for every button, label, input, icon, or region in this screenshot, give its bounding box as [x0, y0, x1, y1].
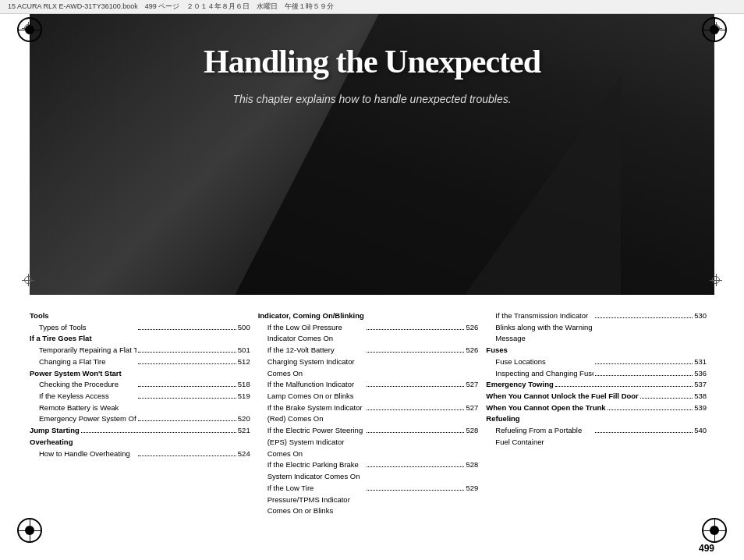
toc-title: How to Handle Overheating [39, 448, 136, 460]
toc-dots [595, 363, 693, 364]
toc-dots [555, 386, 693, 387]
toc-page: 539 [694, 402, 707, 414]
toc-page: 529 [466, 483, 478, 494]
toc-entry-power-heading: Power System Won't Start [30, 368, 250, 380]
page-number: 499 [699, 543, 714, 554]
title-section: Handling the Unexpected This chapter exp… [30, 43, 714, 105]
toc-entry-indicator-heading: Indicator, Coming On/Blinking [258, 310, 479, 322]
toc-entry-trunk-heading: When You Cannot Open the Trunk 539 [486, 402, 707, 414]
toc-dots [367, 466, 464, 467]
toc-dots [138, 352, 236, 353]
toc-dots [138, 386, 236, 387]
toc-page: 524 [238, 448, 250, 460]
toc-column-2: Indicator, Coming On/Blinking If the Low… [258, 310, 487, 544]
toc-page: 520 [238, 413, 250, 425]
toc-entry-emergency-towing-heading: Emergency Towing 537 [486, 379, 707, 391]
hero-decoration [465, 76, 621, 295]
toc-entry-inspecting-fuses: Inspecting and Changing Fuses 536 [486, 368, 707, 380]
toc-entry-battery: If the 12-Volt Battery Charging System I… [258, 345, 479, 379]
toc-page: 521 [238, 425, 250, 437]
toc-dots [138, 329, 236, 330]
toc-heading-power: Power System Won't Start [30, 368, 122, 380]
toc-entry-jump-heading: Jump Starting 521 [30, 425, 250, 437]
toc-dots [367, 352, 464, 353]
toc-dots [138, 398, 236, 399]
toc-section: Tools Types of Tools 500 If a Tire Goes … [30, 310, 714, 544]
toc-entry-changing-tire: Changing a Flat Tire 512 [30, 356, 250, 368]
toc-entry-handle-overheating: How to Handle Overheating 524 [30, 448, 250, 460]
toc-heading-emergency-towing: Emergency Towing [486, 379, 553, 391]
toc-page: 528 [466, 425, 478, 437]
toc-entry-types-of-tools: Types of Tools 500 [30, 322, 250, 334]
toc-page: 536 [694, 368, 707, 380]
reg-circle-tl-large [17, 17, 42, 42]
toc-page: 527 [466, 402, 478, 414]
toc-page: 527 [466, 379, 478, 391]
toc-page: 501 [238, 345, 250, 356]
toc-heading-overheating: Overheating [30, 437, 73, 448]
toc-title: If the Brake System Indicator (Red) Come… [267, 402, 365, 425]
toc-title: Fuse Locations [495, 356, 593, 368]
page-container: 15 ACURA RLX E-AWD-31TY36100.book 499 ペー… [0, 0, 744, 560]
toc-dots [367, 329, 464, 330]
toc-title: Refueling From a Portable Fuel Container [495, 425, 593, 448]
toc-entry-low-oil: If the Low Oil Pressure Indicator Comes … [258, 322, 479, 345]
toc-page: 528 [466, 459, 478, 471]
top-bar: 15 ACURA RLX E-AWD-31TY36100.book 499 ペー… [0, 0, 744, 14]
toc-dots [595, 375, 693, 376]
toc-entry-eps: If the Electric Power Steering (EPS) Sys… [258, 425, 479, 459]
chapter-subtitle: This chapter explains how to handle unex… [30, 93, 714, 105]
toc-entry-temp-repair: Temporarily Repairing a Flat Tire 501 [30, 345, 250, 356]
toc-entry-fuse-locations: Fuse Locations 531 [486, 356, 707, 368]
toc-entry-fuses-heading: Fuses [486, 345, 707, 356]
toc-entry-fuel-fill-heading: When You Cannot Unlock the Fuel Fill Doo… [486, 391, 707, 402]
toc-dots [367, 386, 464, 387]
toc-entry-keyless: If the Keyless Access Remote Battery is … [30, 391, 250, 413]
toc-dots [640, 398, 693, 399]
toc-page: 512 [238, 356, 250, 368]
toc-column-3: If the Transmission Indicator Blinks alo… [486, 310, 714, 544]
toc-page: 518 [238, 379, 250, 391]
toc-heading-refueling: Refueling [486, 413, 519, 425]
toc-page: 537 [694, 379, 707, 391]
toc-page: 519 [238, 391, 250, 402]
toc-entry-epb: If the Electric Parking Brake System Ind… [258, 459, 479, 482]
file-info: 15 ACURA RLX E-AWD-31TY36100.book 499 ペー… [8, 2, 334, 12]
toc-entry-transmission: If the Transmission Indicator Blinks alo… [486, 310, 707, 345]
toc-heading-jump: Jump Starting [30, 425, 80, 437]
toc-title: If the Keyless Access Remote Battery is … [39, 391, 136, 413]
toc-dots [595, 317, 693, 318]
toc-entry-brake: If the Brake System Indicator (Red) Come… [258, 402, 479, 425]
toc-entry-tpms: If the Low Tire Pressure/TPMS Indicator … [258, 483, 479, 517]
toc-heading-tire: If a Tire Goes Flat [30, 333, 92, 345]
toc-dots [608, 409, 693, 410]
toc-heading-fuel-fill: When You Cannot Unlock the Fuel Fill Doo… [486, 391, 638, 402]
toc-entry-refueling-heading: Refueling [486, 413, 707, 425]
toc-title: Checking the Procedure [39, 379, 136, 391]
toc-entry-overheating-heading: Overheating [30, 437, 250, 448]
toc-dots [138, 363, 236, 364]
reg-mark-ml [22, 274, 34, 286]
toc-title: Inspecting and Changing Fuses [495, 368, 593, 380]
toc-title: If the Malfunction Indicator Lamp Comes … [267, 379, 365, 402]
toc-title: Changing a Flat Tire [39, 356, 136, 368]
toc-title: If the Low Tire Pressure/TPMS Indicator … [267, 483, 365, 517]
toc-column-1: Tools Types of Tools 500 If a Tire Goes … [30, 310, 258, 544]
toc-title: If the Transmission Indicator Blinks alo… [495, 310, 593, 345]
toc-title: Emergency Power System Off [39, 413, 136, 425]
toc-page: 531 [694, 356, 707, 368]
toc-entry-emergency-power: Emergency Power System Off 520 [30, 413, 250, 425]
toc-dots [138, 455, 236, 456]
toc-dots [367, 432, 464, 433]
toc-page: 500 [238, 322, 250, 334]
toc-entry-checking: Checking the Procedure 518 [30, 379, 250, 391]
toc-dots [367, 490, 464, 491]
reg-circle-tr-large [702, 17, 727, 42]
chapter-title: Handling the Unexpected [30, 43, 714, 80]
toc-entry-tools-heading: Tools [30, 310, 250, 322]
toc-dots [138, 420, 236, 421]
toc-title: If the 12-Volt Battery Charging System I… [267, 345, 365, 379]
reg-mark-mr [710, 274, 722, 286]
toc-dots [81, 432, 236, 433]
toc-heading-tools: Tools [30, 310, 49, 322]
